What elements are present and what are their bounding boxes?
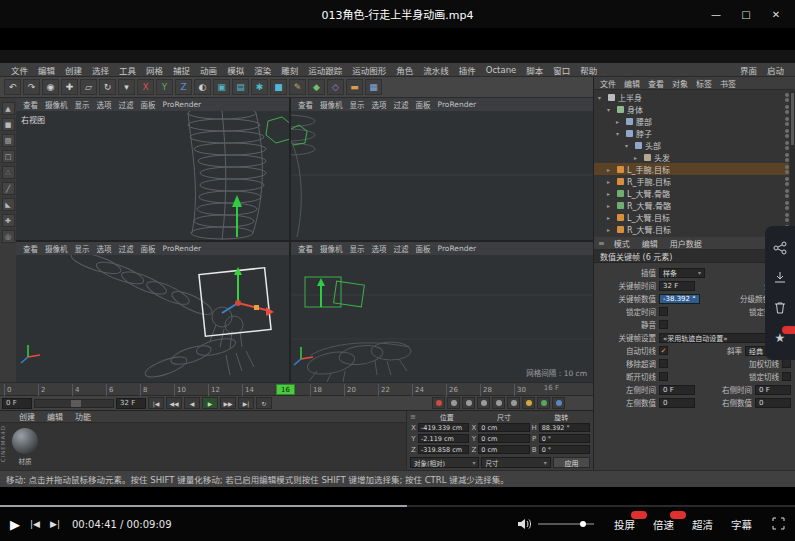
attribute-checkbox[interactable] xyxy=(782,359,791,368)
material-menu-item[interactable]: 功能 xyxy=(70,411,96,422)
menubar-item[interactable]: 运动图形 xyxy=(347,64,391,76)
menubar-item[interactable]: 流水线 xyxy=(418,64,454,76)
apply-button[interactable]: 应用 xyxy=(553,457,590,468)
workplane-mode-icon[interactable]: □ xyxy=(2,150,15,163)
render-view-icon[interactable]: ▣ xyxy=(213,79,230,95)
viewport-bottom-left[interactable]: 查看摄像机显示选项过滤面板ProRender xyxy=(16,242,289,382)
object-tree-item[interactable]: ▸L_大臂.骨骼 xyxy=(594,187,789,199)
attribute-checkbox[interactable] xyxy=(659,359,668,368)
object-tree-item[interactable]: ▸头发 xyxy=(594,151,789,163)
menubar-item[interactable]: 运动跟踪 xyxy=(303,64,347,76)
viewport-top-left[interactable]: 查看摄像机显示选项过滤面板ProRender 右视图 xyxy=(16,98,289,240)
rotation-field[interactable]: 0 ° xyxy=(539,434,590,443)
viewport-menu-item[interactable]: 过滤 xyxy=(116,243,137,254)
timeline-ruler[interactable]: 16 F 024681012141618202224262830 xyxy=(0,382,593,396)
menubar-item[interactable]: 插件 xyxy=(454,64,481,76)
play-button[interactable]: ▶ xyxy=(202,397,218,409)
menubar-item[interactable]: 模拟 xyxy=(222,64,249,76)
keyframe-position-toggle[interactable] xyxy=(447,397,460,409)
attribute-field[interactable]: 0 xyxy=(755,398,791,408)
attribute-checkbox[interactable] xyxy=(659,372,668,381)
viewport-menu-item[interactable]: 查看 xyxy=(20,99,41,110)
viewport-bottom-right[interactable]: 查看摄像机显示选项过滤面板ProRender 网格间隔 : 10 cm xyxy=(291,242,593,382)
menubar-item[interactable]: 启动 xyxy=(762,64,789,76)
viewport-menu-item[interactable]: ProRender xyxy=(435,100,480,109)
loop-button[interactable]: ↻ xyxy=(256,397,272,409)
current-frame-marker[interactable]: 16 xyxy=(276,384,295,395)
player-menu-button[interactable]: 倍速 xyxy=(653,517,674,532)
object-manager-menu-item[interactable]: 编辑 xyxy=(620,78,644,89)
share-icon[interactable] xyxy=(772,240,788,256)
attribute-field[interactable]: 32 F xyxy=(659,281,695,291)
rotation-field[interactable]: 88.392 ° xyxy=(539,423,590,432)
solo-toggle[interactable] xyxy=(537,397,550,409)
expand-caret-icon[interactable]: ▸ xyxy=(607,202,614,209)
menubar-item[interactable]: 界面 xyxy=(735,64,762,76)
menubar-item[interactable]: 雕刻 xyxy=(276,64,303,76)
player-menu-button[interactable]: 投屏 xyxy=(614,517,635,532)
object-tree-item[interactable]: ▸R_手腕.目标 xyxy=(594,175,789,187)
viewport-menu-item[interactable]: 过滤 xyxy=(391,243,412,254)
visibility-toggle-dots[interactable] xyxy=(785,213,789,222)
viewport-menu-item[interactable]: 过滤 xyxy=(116,99,137,110)
object-manager-menu-item[interactable]: 标签 xyxy=(692,78,716,89)
attribute-tab[interactable]: 用户数据 xyxy=(665,238,707,249)
live-selection-icon[interactable]: ◉ xyxy=(42,79,59,95)
next-frame-button[interactable]: ▶▶ xyxy=(220,397,236,409)
size-field[interactable]: 0 cm xyxy=(478,445,529,454)
prev-key-button[interactable]: ◀◀ xyxy=(166,397,182,409)
texture-mode-icon[interactable]: ▨ xyxy=(2,134,15,147)
scale-tool-icon[interactable]: ▱ xyxy=(80,79,97,95)
object-tree-item[interactable]: ▾脖子 xyxy=(594,127,789,139)
expand-caret-icon[interactable]: ▾ xyxy=(616,130,623,137)
visibility-toggle-dots[interactable] xyxy=(785,189,789,198)
menubar-item[interactable]: 渲染 xyxy=(249,64,276,76)
object-tree-item[interactable]: ▸L_手腕.目标 xyxy=(594,163,789,175)
add-scene-icon[interactable]: ▬ xyxy=(346,79,363,95)
attribute-checkbox[interactable] xyxy=(659,320,668,329)
menubar-item[interactable]: 创建 xyxy=(60,64,87,76)
attribute-checkbox[interactable] xyxy=(782,372,791,381)
attribute-tab[interactable]: 模式 xyxy=(609,238,635,249)
keyframe-scale-toggle[interactable] xyxy=(462,397,475,409)
y-axis-lock-icon[interactable]: Y xyxy=(156,79,173,95)
expand-caret-icon[interactable]: ▾ xyxy=(598,94,605,101)
object-tree-item[interactable]: ▾身体 xyxy=(594,103,789,115)
size-field[interactable]: 0 cm xyxy=(478,434,529,443)
timeline-range-slider[interactable] xyxy=(34,399,114,408)
keyframe-rotation-toggle[interactable] xyxy=(477,397,490,409)
x-axis-lock-icon[interactable]: X xyxy=(137,79,154,95)
next-video-button[interactable]: ▶| xyxy=(50,519,60,529)
viewport-menu-item[interactable]: 查看 xyxy=(20,243,41,254)
viewport-menu-item[interactable]: 选项 xyxy=(369,243,390,254)
edges-mode-icon[interactable]: ╱ xyxy=(2,182,15,195)
attribute-field[interactable]: 0 F xyxy=(755,385,791,395)
object-tree-item[interactable]: ▸腰部 xyxy=(594,115,789,127)
keyframe-pla-toggle[interactable] xyxy=(507,397,520,409)
expand-caret-icon[interactable]: ▾ xyxy=(625,142,632,149)
material-thumbnail[interactable] xyxy=(12,428,38,454)
visibility-toggle-dots[interactable] xyxy=(785,153,789,162)
menubar-item[interactable]: 帮助 xyxy=(575,64,602,76)
visibility-toggle-dots[interactable] xyxy=(785,141,789,150)
volume-slider[interactable] xyxy=(538,523,594,525)
z-axis-lock-icon[interactable]: Z xyxy=(175,79,192,95)
size-mode-dropdown[interactable]: 尺寸▾ xyxy=(481,457,550,468)
menubar-item[interactable]: 捕捉 xyxy=(168,64,195,76)
panel-menu-icon[interactable]: ≡ xyxy=(410,413,418,421)
object-tree-item[interactable]: ▾头部 xyxy=(594,139,789,151)
delete-icon[interactable] xyxy=(772,300,788,316)
position-field[interactable]: -2.119 cm xyxy=(418,434,469,443)
points-mode-icon[interactable]: ∴ xyxy=(2,166,15,179)
object-manager-menu-item[interactable]: 查看 xyxy=(644,78,668,89)
attribute-field[interactable]: 0 F xyxy=(659,385,695,395)
viewport-menu-item[interactable]: 面板 xyxy=(138,243,159,254)
viewport-menu-item[interactable]: 查看 xyxy=(295,99,316,110)
snap-mode-icon[interactable]: ◎ xyxy=(2,230,15,243)
playback-settings-button[interactable] xyxy=(552,397,565,409)
player-menu-button[interactable]: 超清 xyxy=(692,517,713,532)
coordinate-system-icon[interactable]: ◐ xyxy=(194,79,211,95)
favorite-icon[interactable]: ★ xyxy=(772,330,788,346)
preview-end-field[interactable]: 32 F xyxy=(116,398,146,409)
menubar-item[interactable]: 脚本 xyxy=(521,64,548,76)
